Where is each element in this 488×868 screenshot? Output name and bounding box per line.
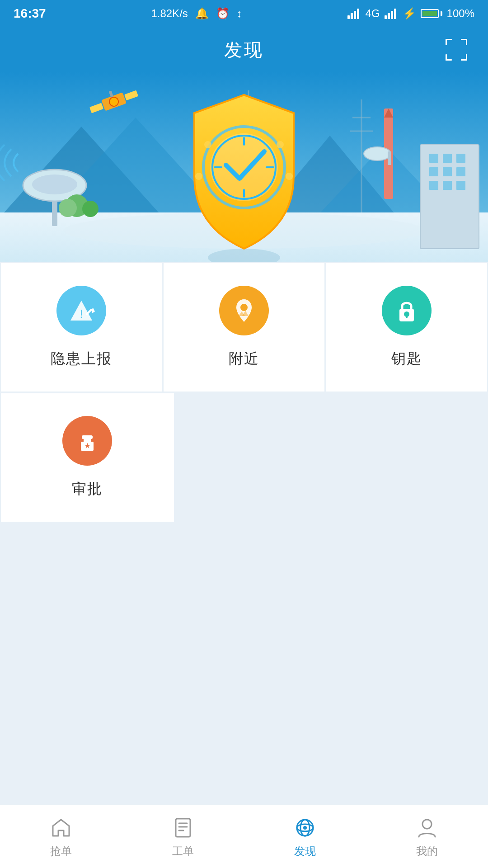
svg-rect-7 — [394, 9, 396, 19]
svg-rect-76 — [406, 314, 408, 318]
svg-text:!: ! — [80, 307, 83, 321]
svg-rect-50 — [456, 181, 465, 190]
svg-rect-1 — [351, 13, 353, 19]
approval-icon-bg: ★ — [62, 416, 112, 466]
scan-button[interactable] — [443, 36, 470, 63]
status-center: 1.82K/s 🔔 ⏰ ↕ — [151, 7, 242, 20]
nav-discover-icon — [292, 815, 318, 840]
hazard-report-icon-bg: ! — [56, 286, 106, 335]
notification-icon: 🔔 — [195, 7, 209, 20]
bottom-navigation: 抢单 工单 发现 — [0, 805, 488, 868]
svg-rect-79 — [82, 435, 93, 439]
approval-cell[interactable]: ★ 审批 — [1, 393, 174, 522]
nav-workorder-label: 工单 — [172, 844, 194, 859]
svg-rect-2 — [354, 11, 356, 19]
empty-cell-2 — [332, 393, 487, 522]
svg-rect-11 — [466, 39, 467, 45]
svg-point-35 — [59, 199, 77, 217]
nav-mine-icon — [414, 815, 440, 840]
approval-icon: ★ — [74, 427, 101, 454]
svg-rect-9 — [446, 39, 447, 45]
alarm-icon: ⏰ — [216, 7, 230, 20]
network-type: 4G — [366, 7, 380, 20]
key-cell[interactable]: 钥匙 — [326, 263, 487, 392]
nav-item-discover[interactable]: 发现 — [244, 815, 366, 859]
nav-item-home[interactable]: 抢单 — [0, 815, 122, 859]
svg-point-32 — [32, 175, 77, 194]
svg-rect-3 — [357, 9, 359, 19]
nav-workorder-icon — [170, 815, 196, 840]
hazard-report-label: 隐患上报 — [51, 349, 112, 369]
nearby-icon-bg — [219, 286, 269, 335]
charging-icon: ⚡ — [403, 7, 416, 20]
banner-illustration — [0, 72, 488, 262]
svg-rect-44 — [456, 154, 465, 163]
key-icon — [393, 297, 420, 324]
svg-point-89 — [422, 820, 432, 829]
signal-icon — [347, 8, 361, 19]
nav-discover-label: 发现 — [294, 844, 316, 859]
key-label: 钥匙 — [391, 349, 422, 369]
svg-rect-4 — [385, 15, 387, 19]
key-icon-bg — [382, 286, 432, 335]
nearby-label: 附近 — [229, 349, 259, 369]
svg-point-64 — [277, 141, 284, 148]
svg-rect-43 — [443, 154, 452, 163]
nav-item-workorder[interactable]: 工单 — [122, 815, 244, 859]
svg-text:★: ★ — [84, 442, 90, 449]
nav-home-icon — [48, 815, 74, 840]
battery-indicator — [421, 9, 442, 18]
signal-icon-2 — [385, 8, 398, 19]
svg-rect-42 — [429, 154, 438, 163]
status-bar: 16:37 1.82K/s 🔔 ⏰ ↕ 4G ⚡ — [0, 0, 488, 27]
svg-rect-6 — [391, 11, 393, 19]
hazard-report-cell[interactable]: ! 隐患上报 — [1, 263, 162, 392]
svg-point-63 — [204, 141, 211, 148]
svg-rect-5 — [388, 13, 390, 19]
svg-point-66 — [286, 173, 293, 180]
grid-row-2: ★ 审批 — [0, 392, 488, 523]
status-time: 16:37 — [14, 6, 46, 21]
svg-point-34 — [82, 201, 99, 217]
svg-rect-81 — [176, 819, 190, 837]
svg-rect-13 — [446, 54, 447, 61]
svg-point-71 — [240, 304, 248, 311]
nav-home-label: 抢单 — [50, 844, 72, 859]
svg-point-53 — [364, 147, 391, 160]
nearby-cell[interactable]: 附近 — [164, 263, 324, 392]
nearby-icon — [230, 297, 258, 324]
page-header: 发现 — [0, 27, 488, 72]
nav-mine-label: 我的 — [416, 844, 438, 859]
banner — [0, 72, 488, 262]
svg-rect-46 — [443, 167, 452, 176]
svg-point-65 — [195, 173, 202, 180]
grid-row-1: ! 隐患上报 附近 — [0, 262, 488, 392]
svg-rect-49 — [443, 181, 452, 190]
status-right: 4G ⚡ 100% — [347, 7, 474, 20]
hazard-report-icon: ! — [68, 297, 95, 324]
empty-cell-1 — [176, 393, 331, 522]
feature-grid: ! 隐患上报 附近 — [0, 262, 488, 523]
svg-rect-48 — [429, 181, 438, 190]
svg-rect-0 — [347, 15, 350, 19]
svg-rect-15 — [466, 54, 467, 61]
approval-label: 审批 — [72, 479, 103, 499]
speed-indicator: 1.82K/s — [151, 7, 188, 20]
scan-icon — [445, 38, 468, 61]
battery-percent: 100% — [447, 7, 474, 20]
nav-item-mine[interactable]: 我的 — [366, 815, 488, 859]
svg-point-88 — [303, 826, 307, 830]
svg-rect-45 — [429, 167, 438, 176]
svg-rect-47 — [456, 167, 465, 176]
svg-marker-70 — [91, 308, 95, 313]
svg-rect-54 — [388, 151, 391, 165]
data-transfer-icon: ↕ — [237, 7, 242, 20]
page-title: 发现 — [224, 38, 264, 62]
